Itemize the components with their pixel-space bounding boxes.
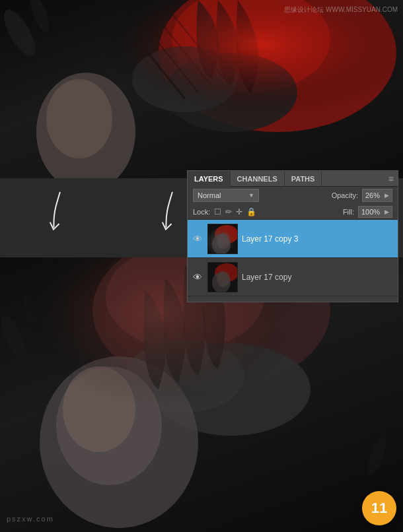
lock-fill-row: Lock: ☐ ✏ ✛ 🔒 Fill: 100% ▶ xyxy=(188,204,398,220)
opacity-label: Opacity: xyxy=(332,191,358,199)
layer-visibility-0[interactable]: 👁 xyxy=(192,233,203,245)
fill-arrow: ▶ xyxy=(385,209,389,215)
move-icon: ✛ xyxy=(236,207,242,216)
layer-thumbnail-1 xyxy=(207,262,238,292)
pad-lock-icon: 🔒 xyxy=(246,207,256,216)
watermark-top: 思缘设计论坛 WWW.MISSYUAN.COM xyxy=(284,5,398,15)
opacity-input[interactable]: 26% ▶ xyxy=(362,189,392,202)
layer-name-0: Layer 17 copy 3 xyxy=(242,234,394,244)
tab-paths[interactable]: PATHS xyxy=(285,171,322,187)
svg-point-26 xyxy=(212,234,231,254)
layers-panel: LAYERS CHANNELS PATHS ≡ Normal ▼ Opacity… xyxy=(187,170,398,302)
layer-row-0[interactable]: 👁 Layer 17 copy 3 xyxy=(188,220,398,258)
layer-visibility-1[interactable]: 👁 xyxy=(192,271,203,283)
arrow-right xyxy=(155,190,182,238)
svg-point-25 xyxy=(215,225,238,244)
lock-label: Lock: xyxy=(193,208,210,216)
panel-more-button[interactable]: ≡ xyxy=(385,174,398,184)
paint-icon: ✏ xyxy=(225,207,232,216)
badge-circle: 11 xyxy=(362,491,396,525)
badge-area: 11 xyxy=(362,491,396,525)
tab-layers[interactable]: LAYERS xyxy=(188,171,231,187)
svg-point-27 xyxy=(217,233,230,249)
fill-input[interactable]: 100% ▶ xyxy=(358,206,392,218)
arrow-left xyxy=(42,190,70,238)
layer-thumbnail-0 xyxy=(207,224,238,254)
bottom-watermark: pszxw.com xyxy=(7,515,54,523)
layer-list: 👁 Layer 17 copy 3 👁 xyxy=(188,220,398,296)
tab-channels[interactable]: CHANNELS xyxy=(231,171,285,187)
top-canvas xyxy=(0,0,403,178)
opacity-arrow: ▶ xyxy=(385,192,389,199)
fill-label: Fill: xyxy=(343,208,354,216)
panel-tabs: LAYERS CHANNELS PATHS ≡ xyxy=(188,171,398,187)
svg-rect-10 xyxy=(0,0,403,178)
badge-number: 11 xyxy=(371,501,387,515)
svg-point-31 xyxy=(217,271,230,287)
lock-icon: ☐ xyxy=(214,207,221,216)
layer-thumb-image-0 xyxy=(208,224,237,253)
canvas-area: LAYERS CHANNELS PATHS ≡ Normal ▼ Opacity… xyxy=(0,0,403,532)
layer-row-1[interactable]: 👁 Layer 17 copy xyxy=(188,258,398,296)
blend-opacity-row: Normal ▼ Opacity: 26% ▶ xyxy=(188,187,398,204)
svg-rect-24 xyxy=(208,224,238,254)
blend-mode-dropdown[interactable]: Normal ▼ xyxy=(193,189,259,202)
layer-name-1: Layer 17 copy xyxy=(242,273,394,282)
dropdown-arrow: ▼ xyxy=(248,192,254,199)
